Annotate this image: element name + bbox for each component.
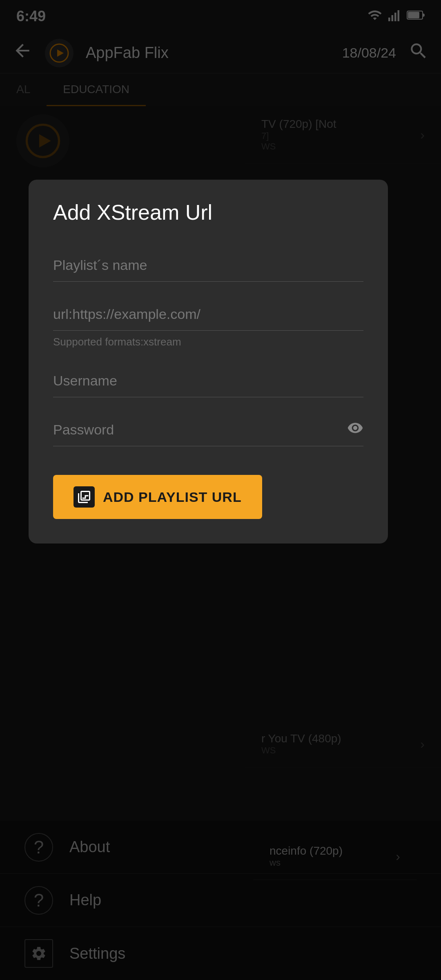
form-group-password bbox=[53, 414, 363, 446]
form-group-url: Supported formats:xstream bbox=[53, 298, 363, 348]
add-xstream-dialog: Add XStream Url Supported formats:xstrea… bbox=[29, 180, 388, 543]
add-playlist-url-button[interactable]: ADD PLAYLIST URL bbox=[53, 475, 262, 519]
playlist-name-input[interactable] bbox=[53, 249, 363, 282]
username-input[interactable] bbox=[53, 365, 363, 397]
url-input[interactable] bbox=[53, 298, 363, 331]
password-wrapper bbox=[53, 414, 363, 446]
form-group-playlist-name bbox=[53, 249, 363, 282]
add-playlist-icon bbox=[74, 486, 95, 508]
password-toggle-icon[interactable] bbox=[347, 420, 363, 440]
url-hint: Supported formats:xstream bbox=[53, 336, 363, 348]
password-input[interactable] bbox=[53, 414, 347, 446]
add-playlist-label: ADD PLAYLIST URL bbox=[103, 489, 242, 505]
dialog-title: Add XStream Url bbox=[53, 200, 363, 225]
form-group-username bbox=[53, 365, 363, 397]
